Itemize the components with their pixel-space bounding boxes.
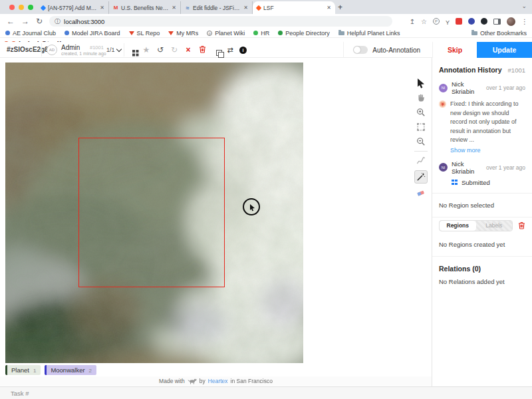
dog-icon [188,378,197,384]
image-canvas[interactable] [5,63,303,363]
skip-button[interactable]: Skip [432,42,477,58]
delete-annotation-icon[interactable] [198,45,207,55]
toolbar-right-controls: Auto-Annotation Skip Update [343,42,532,58]
new-tab-button[interactable]: + [338,3,342,12]
segmented-control: Regions Labels [439,220,513,231]
bookmark-ae-journal-club[interactable]: AE Journal Club [5,30,56,37]
history-entry[interactable]: NI Nick Skriabin over 1 year ago [432,159,532,176]
extension-p-icon[interactable]: P [433,18,440,25]
url-bar[interactable]: ⓘ localhost:3000 [49,16,392,27]
bookmark-star-icon[interactable]: ☆ [421,18,427,25]
label-studio-favicon-icon [256,5,261,10]
location-text: in San Francisco [231,378,273,384]
annotation-id: #1001 [90,45,104,51]
browser-profile-avatar[interactable] [507,17,515,26]
bookmark-sl-repo[interactable]: SL Repo [129,30,160,37]
share-icon[interactable]: ↥ [410,18,415,25]
show-more-link[interactable]: Show more [432,145,532,159]
extension-dark-icon[interactable] [481,18,487,25]
magic-wand-tool-icon[interactable] [414,170,428,184]
tab-search-chevron-icon[interactable]: ⌄ [521,3,527,9]
history-entry[interactable]: NI Nick Skriabin over 1 year ago [432,79,532,96]
close-tab-icon[interactable]: ✕ [243,5,248,11]
label-hotkey: 2 [89,368,92,374]
heartex-link[interactable]: Heartex [208,378,228,384]
tool-palette [412,78,430,198]
undo-icon[interactable]: ↺ [156,45,165,55]
zoom-out-tool-icon[interactable] [414,136,428,147]
tab-jsfiddle[interactable]: Edit fiddle - JSFiddle - Code P✕ [181,1,253,14]
close-window-icon[interactable] [9,5,15,10]
url-text[interactable]: localhost:3000 [64,18,104,25]
main-area: Planet1 Moonwalker2 Made with by Heartex… [0,58,432,386]
pan-tool-icon[interactable] [414,92,428,103]
back-icon[interactable]: ← [7,17,15,26]
zoom-in-tool-icon[interactable] [414,107,428,118]
right-sidebar: Annotation History #1001 NI Nick Skriabi… [432,58,532,386]
extension-y-icon[interactable] [446,15,450,27]
browser-tabs: [AN-5779] Add Magic Wand f✕ U.S. Benefit… [37,1,335,14]
tab-lsf-active[interactable]: LSF✕ [253,1,335,14]
bookmark-label: Model JIRA Board [72,30,120,37]
bookmark-favicon-icon [5,31,10,35]
info-icon[interactable]: i [239,47,249,54]
fullscreen-window-icon[interactable] [28,5,33,10]
site-info-icon[interactable]: ⓘ [55,17,61,26]
task-label: Task # [11,390,29,397]
side-panel-icon[interactable] [493,19,501,25]
made-with-text: Made with [159,378,185,384]
minimize-window-icon[interactable] [19,5,24,10]
jsfiddle-favicon-icon [185,5,190,11]
browser-action-icons: ↥ ☆ P ⋮ [410,14,528,29]
rectangle-region[interactable] [78,138,225,287]
brush-tool-icon[interactable] [414,156,428,166]
forward-icon[interactable]: → [21,17,29,26]
close-tab-icon[interactable]: ✕ [172,5,176,11]
bookmark-helpful-planet-links[interactable]: Helpful Planet Links [338,30,400,37]
tab-jira[interactable]: [AN-5779] Add Magic Wand f✕ [37,1,109,14]
no-region-selected-text: No Region selected [432,194,532,217]
browser-menu-icon[interactable]: ⋮ [521,18,528,25]
ground-truth-star-icon[interactable]: ★ [142,45,151,55]
reset-icon[interactable]: × [184,45,193,55]
close-tab-icon[interactable]: ✕ [327,5,331,11]
tab-gmail[interactable]: U.S. Benefits News - Open En✕ [109,1,181,14]
update-button[interactable]: Update [477,42,532,58]
bookmark-model-jira-board[interactable]: Model JIRA Board [65,30,120,37]
regions-tab[interactable]: Regions [440,221,476,231]
auto-annotation-toggle[interactable] [353,46,368,54]
by-text: by [200,378,205,384]
divider [124,43,124,57]
made-with-footer: Made with by Heartex in San Francisco [0,376,432,386]
tab-title: LSF [263,5,324,11]
label-chip-planet[interactable]: Planet1 [5,365,41,375]
window-controls[interactable] [9,5,33,10]
fit-screen-tool-icon[interactable] [414,122,428,132]
history-time: over 1 year ago [486,164,525,171]
compare-icon[interactable]: ⇄ [225,46,235,55]
auto-annotation-label: Auto-Annotation [372,47,420,54]
close-tab-icon[interactable]: ✕ [100,5,104,11]
extension-red-icon[interactable] [456,18,462,25]
eraser-tool-icon[interactable] [414,188,428,198]
bookmark-hr[interactable]: HR [253,30,269,37]
annotator-name: Admin [61,44,80,51]
bookmark-my-mrs[interactable]: My MRs [168,30,198,37]
gmail-favicon-icon [113,5,118,11]
label-chip-moonwalker[interactable]: Moonwalker2 [45,365,96,375]
move-tool-icon[interactable] [414,78,428,88]
other-bookmarks[interactable]: Other Bookmarks [471,30,527,37]
bookmark-planet-wiki[interactable]: pPlanet Wiki [207,30,245,37]
bookmark-favicon-icon [278,31,283,35]
reload-icon[interactable]: ↻ [36,17,43,26]
extension-blue-icon[interactable] [468,18,475,25]
divider [41,43,42,57]
history-user-name: Nick Skriabin [452,80,482,95]
folder-icon [471,31,477,35]
labels-tab[interactable]: Labels [476,221,513,231]
delete-regions-icon[interactable] [518,221,525,229]
submitted-label: Submitted [462,179,490,186]
bookmark-people-directory[interactable]: People Directory [278,30,330,37]
redo-icon[interactable]: ↻ [170,45,179,55]
chevron-down-icon[interactable] [116,47,122,52]
